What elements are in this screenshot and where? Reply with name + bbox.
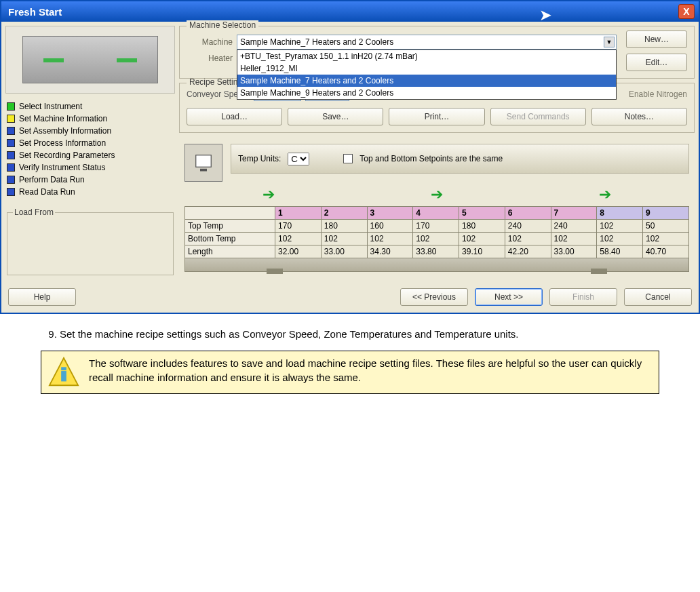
print-button[interactable]: Print… xyxy=(389,108,484,125)
zone-cell[interactable]: 33.80 xyxy=(413,245,459,258)
zone-cell[interactable]: 102 xyxy=(597,220,643,233)
edit-button[interactable]: Edit… xyxy=(626,54,687,71)
temp-units-select[interactable]: C xyxy=(288,153,309,165)
zone-cell[interactable]: 102 xyxy=(321,233,367,245)
arrow-icon: ➔ xyxy=(262,186,275,203)
conveyor-base xyxy=(184,258,689,272)
zone-arrows: ➔➔➔ xyxy=(184,186,689,203)
heater-label: Heater xyxy=(187,54,233,63)
cancel-button[interactable]: Cancel xyxy=(624,288,692,306)
wizard-nav: Help << Previous Next >> Finish Cancel xyxy=(5,283,695,309)
window-title: Fresh Start xyxy=(8,6,62,18)
wizard-step[interactable]: Perform Data Run xyxy=(7,174,174,186)
zone-cell[interactable]: 102 xyxy=(643,233,689,245)
machine-label: Machine xyxy=(187,37,233,47)
machine-combo-arrow-icon[interactable]: ▼ xyxy=(604,37,615,47)
wizard-step[interactable]: Set Assembly Information xyxy=(7,125,174,137)
zone-cell[interactable]: 58.40 xyxy=(597,245,643,258)
wizard-step[interactable]: Set Machine Information xyxy=(7,113,174,125)
zone-cell[interactable]: 160 xyxy=(367,220,413,233)
wizard-step[interactable]: Select Instrument xyxy=(7,100,174,113)
next-button[interactable]: Next >> xyxy=(475,288,543,306)
zone-cell[interactable]: 40.70 xyxy=(643,245,689,258)
zone-cell[interactable]: 240 xyxy=(551,220,597,233)
zone-cell[interactable]: 180 xyxy=(459,220,505,233)
help-button[interactable]: Help xyxy=(8,288,76,306)
fresh-start-window: Fresh Start ➤ X Select InstrumentSet Mac… xyxy=(0,0,700,314)
zone-header: 6 xyxy=(505,207,551,220)
zone-cell[interactable]: 102 xyxy=(367,233,413,245)
zone-cell[interactable]: 42.20 xyxy=(505,245,551,258)
zone-cell[interactable]: 33.00 xyxy=(321,245,367,258)
monitor-icon xyxy=(184,144,222,182)
titlebar[interactable]: Fresh Start ➤ X xyxy=(1,1,699,22)
zone-cell[interactable]: 32.00 xyxy=(275,245,322,258)
send-commands-button[interactable]: Send Commands xyxy=(490,108,586,125)
tip-icon xyxy=(48,357,79,388)
zone-cell[interactable]: 102 xyxy=(551,233,597,245)
wizard-step[interactable]: Verify Instrument Status xyxy=(7,161,174,174)
step-status-icon xyxy=(7,188,15,196)
zone-cell[interactable]: 33.00 xyxy=(551,245,597,258)
step-status-icon xyxy=(7,176,15,184)
temp-toolbar: Temp Units: C Top and Bottom Setpoints a… xyxy=(231,144,689,174)
load-button[interactable]: Load… xyxy=(187,108,282,125)
machine-image xyxy=(5,26,175,94)
machine-dropdown[interactable]: +BTU_Test_Pyramax 150_1.1 inH20 (2.74 mB… xyxy=(237,50,617,100)
machine-combo[interactable]: Sample Machine_7 Heaters and 2 Coolers ▼… xyxy=(237,35,617,50)
step-status-icon xyxy=(7,139,15,147)
previous-button[interactable]: << Previous xyxy=(400,288,468,306)
zone-cell[interactable]: 170 xyxy=(275,220,322,233)
step-label: Set Machine Information xyxy=(19,114,107,123)
zone-cell[interactable]: 34.30 xyxy=(367,245,413,258)
arrow-icon: ➔ xyxy=(599,186,611,203)
zone-row-header: Top Temp xyxy=(185,220,275,233)
finish-button[interactable]: Finish xyxy=(549,288,617,306)
zone-header: 8 xyxy=(597,207,643,220)
doc-step-text: Set the machine recipe settings such as … xyxy=(60,328,673,341)
zone-header: 3 xyxy=(367,207,413,220)
load-from-legend: Load From xyxy=(13,208,55,217)
svg-rect-0 xyxy=(196,155,212,167)
step-status-icon xyxy=(7,102,15,111)
wizard-step[interactable]: Set Process Information xyxy=(7,137,174,149)
tip-box: The software includes features to save a… xyxy=(41,351,659,394)
zone-cell[interactable]: 180 xyxy=(321,220,367,233)
step-status-icon xyxy=(7,163,15,172)
zone-row-header: Bottom Temp xyxy=(185,233,275,245)
machine-option[interactable]: Sample Machine_7 Heaters and 2 Coolers xyxy=(237,75,616,87)
zone-cell[interactable]: 170 xyxy=(413,220,459,233)
temp-units-label: Temp Units: xyxy=(238,154,281,163)
zone-header: 7 xyxy=(551,207,597,220)
machine-combo-value: Sample Machine_7 Heaters and 2 Coolers xyxy=(240,37,393,47)
machine-selection-group: Machine Selection Machine Sample Machine… xyxy=(179,26,695,79)
step-status-icon xyxy=(7,151,15,159)
tip-text: The software includes features to save a… xyxy=(89,357,652,384)
zone-cell[interactable]: 102 xyxy=(459,233,505,245)
notes-button[interactable]: Notes… xyxy=(591,108,687,125)
step-label: Set Recording Parameters xyxy=(19,151,115,160)
doc-step-9: Set the machine recipe settings such as … xyxy=(0,314,700,408)
client-area: Select InstrumentSet Machine Information… xyxy=(1,22,699,313)
same-setpoints-checkbox[interactable] xyxy=(343,154,353,163)
zone-cell[interactable]: 102 xyxy=(275,233,322,245)
wizard-step[interactable]: Read Data Run xyxy=(7,186,174,198)
new-button[interactable]: New… xyxy=(626,31,687,48)
zone-cell[interactable]: 102 xyxy=(597,233,643,245)
zone-cell[interactable]: 102 xyxy=(505,233,551,245)
step-status-icon xyxy=(7,127,15,135)
zone-cell[interactable]: 50 xyxy=(643,220,689,233)
zone-setpoints-area: Temp Units: C Top and Bottom Setpoints a… xyxy=(179,137,695,279)
step-label: Read Data Run xyxy=(19,187,75,197)
svg-rect-3 xyxy=(61,371,66,381)
machine-option[interactable]: Sample Machine_9 Heaters and 2 Coolers xyxy=(237,87,616,99)
close-button[interactable]: X xyxy=(678,4,695,19)
machine-option[interactable]: Heller_1912_MI xyxy=(237,62,616,75)
wizard-step[interactable]: Set Recording Parameters xyxy=(7,149,174,161)
machine-option[interactable]: +BTU_Test_Pyramax 150_1.1 inH20 (2.74 mB… xyxy=(237,50,616,62)
zone-cell[interactable]: 240 xyxy=(505,220,551,233)
machine-selection-legend: Machine Selection xyxy=(187,20,258,30)
save-button[interactable]: Save… xyxy=(288,108,383,125)
zone-cell[interactable]: 39.10 xyxy=(459,245,505,258)
zone-cell[interactable]: 102 xyxy=(413,233,459,245)
